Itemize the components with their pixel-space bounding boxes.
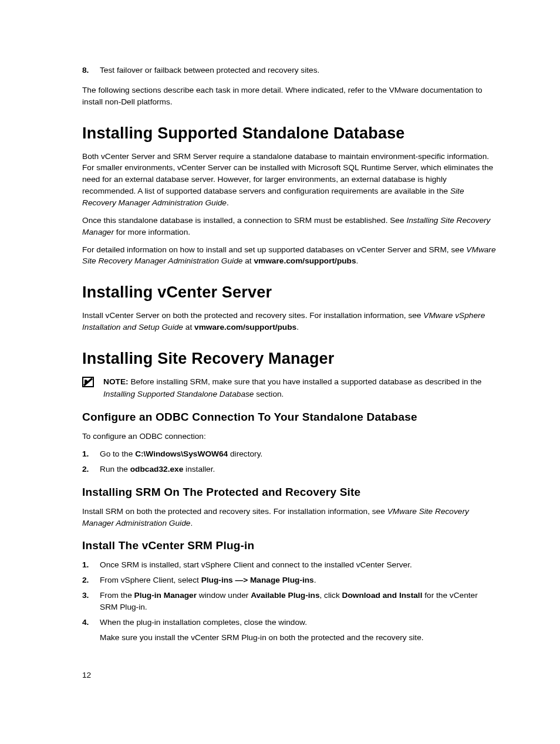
body-paragraph: Both vCenter Server and SRM Server requi…: [82, 151, 497, 209]
text-run: window under: [197, 591, 251, 600]
text-run: Install vCenter Server on both the prote…: [82, 311, 423, 320]
body-paragraph: Install vCenter Server on both the prote…: [82, 310, 497, 333]
document-page: 8. Test failover or failback between pro…: [0, 0, 560, 744]
text-run: at: [183, 323, 194, 332]
ordered-list: 1. Once SRM is installed, start vSphere …: [82, 559, 497, 643]
text-run: For detailed information on how to insta…: [82, 245, 466, 254]
step-text: From the Plug-in Manager window under Av…: [100, 590, 497, 613]
list-item: 1. Go to the C:\Windows\SysWOW64 directo…: [82, 448, 497, 460]
menu-path-bold: Plug-ins —> Manage Plug-ins: [201, 576, 314, 584]
step-number: 2.: [82, 464, 100, 475]
url-bold: vmware.com/support/pubs: [254, 256, 356, 265]
ui-bold: Plug-in Manager: [134, 591, 197, 600]
step-number: 1.: [82, 559, 100, 571]
note-label: NOTE:: [103, 377, 129, 386]
doc-title-italic: Installing Supported Standalone Database: [103, 390, 254, 398]
ui-bold: Available Plug-ins: [251, 591, 319, 600]
step-number: 3.: [82, 590, 100, 613]
step-text: From vSphere Client, select Plug-ins —> …: [100, 574, 497, 586]
top-ordered-list: 8. Test failover or failback between pro…: [82, 65, 497, 76]
text-run: .: [356, 256, 359, 265]
text-run: When the plug-in installation completes,…: [100, 617, 497, 628]
text-run: From vSphere Client, select: [100, 576, 201, 584]
text-run: section.: [254, 390, 284, 398]
note-callout: NOTE: Before installing SRM, make sure t…: [82, 376, 497, 400]
text-run: .: [296, 323, 299, 332]
exe-bold: odbcad32.exe: [130, 465, 184, 474]
list-item: 1. Once SRM is installed, start vSphere …: [82, 559, 497, 571]
intro-paragraph: The following sections describe each tas…: [82, 84, 497, 108]
step-text: Once SRM is installed, start vSphere Cli…: [100, 559, 497, 571]
text-run: directory.: [228, 449, 262, 458]
step-text: Test failover or failback between protec…: [100, 65, 497, 76]
page-number: 12: [82, 671, 91, 679]
text-run: .: [314, 576, 316, 584]
ui-bold: Download and Install: [342, 591, 423, 600]
text-run: Make sure you install the vCenter SRM Pl…: [100, 632, 497, 644]
text-run: .: [227, 198, 229, 207]
body-paragraph: Once this standalone database is install…: [82, 215, 497, 238]
text-run: Both vCenter Server and SRM Server requi…: [82, 152, 493, 196]
text-run: From the: [100, 591, 134, 600]
heading-installing-vcenter-server: Installing vCenter Server: [82, 283, 497, 302]
step-text: When the plug-in installation completes,…: [100, 617, 497, 644]
list-item: 4. When the plug-in installation complet…: [82, 617, 497, 644]
subheading-configure-odbc: Configure an ODBC Connection To Your Sta…: [82, 411, 497, 424]
list-item: 2. From vSphere Client, select Plug-ins …: [82, 574, 497, 586]
subheading-installing-srm-sites: Installing SRM On The Protected and Reco…: [82, 486, 497, 499]
text-run: , click: [320, 591, 342, 600]
text-run: installer.: [183, 465, 215, 474]
step-text: Go to the C:\Windows\SysWOW64 directory.: [100, 448, 497, 460]
text-run: for more information.: [114, 228, 190, 236]
ordered-list: 1. Go to the C:\Windows\SysWOW64 directo…: [82, 448, 497, 475]
subheading-install-vcenter-srm-plugin: Install The vCenter SRM Plug-in: [82, 539, 497, 552]
heading-installing-site-recovery-manager: Installing Site Recovery Manager: [82, 350, 497, 368]
heading-installing-supported-standalone-database: Installing Supported Standalone Database: [82, 124, 497, 143]
note-icon: [82, 377, 100, 391]
list-item: 3. From the Plug-in Manager window under…: [82, 590, 497, 613]
list-item: 2. Run the odbcad32.exe installer.: [82, 464, 497, 475]
path-bold: C:\Windows\SysWOW64: [135, 449, 228, 458]
step-number: 4.: [82, 617, 100, 644]
step-number: 8.: [82, 65, 100, 76]
text-run: .: [190, 519, 193, 527]
body-paragraph: Install SRM on both the protected and re…: [82, 506, 497, 529]
text-run: Run the: [100, 465, 130, 474]
step-number: 2.: [82, 574, 100, 586]
text-run: Install SRM on both the protected and re…: [82, 507, 387, 516]
text-run: at: [242, 256, 254, 265]
text-run: Before installing SRM, make sure that yo…: [129, 377, 482, 386]
body-paragraph: To configure an ODBC connection:: [82, 431, 497, 442]
body-paragraph: For detailed information on how to insta…: [82, 244, 497, 268]
step-text: Run the odbcad32.exe installer.: [100, 464, 497, 475]
text-run: Go to the: [100, 449, 135, 458]
text-run: Once this standalone database is install…: [82, 216, 406, 225]
note-text: NOTE: Before installing SRM, make sure t…: [103, 376, 497, 400]
step-number: 1.: [82, 448, 100, 460]
list-item: 8. Test failover or failback between pro…: [82, 65, 497, 76]
url-bold: vmware.com/support/pubs: [194, 323, 296, 332]
